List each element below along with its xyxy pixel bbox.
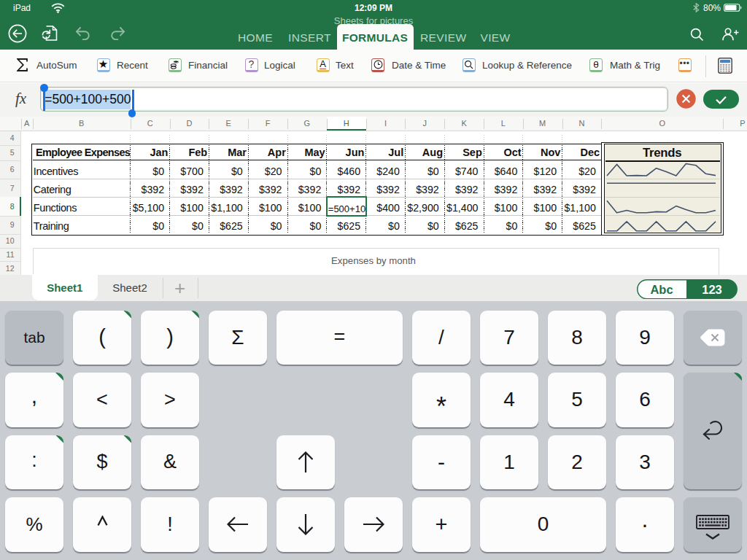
svg-text:123: 123 [702, 282, 722, 295]
svg-text:Abc: Abc [650, 282, 673, 295]
